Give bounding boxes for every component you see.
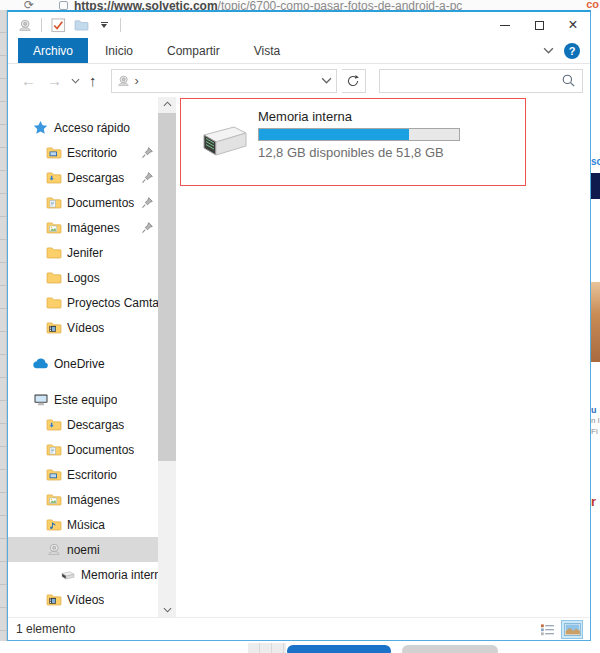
tab-inicio[interactable]: Inicio: [88, 38, 150, 63]
pin-icon: [141, 171, 154, 184]
close-button[interactable]: ×: [556, 12, 590, 38]
details-view-button[interactable]: [537, 621, 557, 638]
scroll-down-chevron-icon[interactable]: [158, 603, 176, 617]
sidebar-item-label: Proyectos Camta: [67, 296, 158, 310]
videos-folder-icon: [45, 593, 62, 606]
toolbar-separator: [120, 18, 121, 32]
thumbnails-view-button[interactable]: [562, 621, 582, 638]
scrollbar-thumb[interactable]: [158, 113, 176, 461]
documents-folder-icon: [45, 443, 62, 456]
sidebar-item-videos[interactable]: Vídeos: [8, 315, 158, 340]
sidebar-item-escritorio-pc[interactable]: Escritorio: [8, 462, 158, 487]
background-page-bottom: [0, 641, 600, 653]
browser-url-host: https://www.solvetic.com: [74, 0, 218, 10]
tab-vista[interactable]: Vista: [237, 38, 297, 63]
quick-access-star-icon: [32, 120, 49, 135]
back-button[interactable]: ←: [18, 73, 39, 88]
storage-available-text: 12,8 GB disponibles de 51,8 GB: [258, 145, 468, 160]
help-button[interactable]: ?: [564, 43, 580, 59]
sidebar-item-acceso-rapido[interactable]: Acceso rápido: [8, 115, 158, 140]
sidebar-item-musica[interactable]: Música: [8, 512, 158, 537]
address-dropdown-chevron-icon[interactable]: [321, 77, 332, 84]
scrollbar-track[interactable]: [158, 111, 176, 603]
navigation-toolbar: ← → ↑ ›: [8, 64, 590, 97]
tab-compartir[interactable]: Compartir: [150, 38, 237, 63]
titlebar[interactable]: ×: [8, 12, 590, 38]
customize-toolbar-caret-icon[interactable]: [95, 16, 113, 34]
expand-ribbon-chevron-icon[interactable]: [543, 47, 554, 54]
up-button[interactable]: ↑: [86, 73, 100, 88]
sidebar-item-label: Música: [67, 518, 105, 532]
documents-folder-icon: [45, 196, 62, 209]
pin-icon: [141, 221, 154, 234]
music-folder-icon: [45, 518, 62, 531]
close-icon: ×: [568, 16, 577, 34]
tab-archivo[interactable]: Archivo: [18, 38, 88, 63]
minimize-icon: [500, 25, 510, 26]
browser-url: https://www.solvetic.com/topic/6700-como…: [74, 0, 462, 10]
properties-check-icon[interactable]: [49, 16, 67, 34]
quick-access-toolbar: [8, 16, 123, 34]
sidebar-item-imagenes-pc[interactable]: Imágenes: [8, 487, 158, 512]
sidebar-item-documentos-pc[interactable]: Documentos: [8, 437, 158, 462]
files-pane[interactable]: Memoria interna 12,8 GB disponibles de 5…: [176, 97, 590, 617]
recent-locations-chevron-icon[interactable]: [71, 78, 80, 84]
sidebar-item-label: Logos: [67, 271, 100, 285]
background-text-fragment: Fi: [591, 427, 600, 436]
refresh-button[interactable]: [342, 69, 366, 93]
sidebar-item-jenifer[interactable]: Jenifer: [8, 240, 158, 265]
desktop-folder-icon: [45, 146, 62, 159]
sidebar-item-label: OneDrive: [54, 357, 105, 371]
background-text-fragment: so: [591, 156, 600, 167]
search-box[interactable]: [379, 69, 584, 93]
sidebar-item-label: Jenifer: [67, 246, 103, 260]
sidebar-item-este-equipo[interactable]: Este equipo: [8, 387, 158, 412]
background-text-fragment: r: [591, 494, 600, 509]
pictures-folder-icon: [45, 493, 62, 506]
sidebar-item-label: Escritorio: [67, 146, 117, 160]
background-page-right-edge: so u n l Fi r: [591, 10, 600, 653]
downloads-folder-icon: [45, 171, 62, 184]
background-grey-button: [402, 645, 498, 653]
sidebar-item-documentos[interactable]: Documentos: [8, 190, 158, 215]
folder-icon: [45, 271, 62, 284]
sidebar-item-memoria-interna[interactable]: Memoria intern: [8, 562, 158, 587]
sidebar-item-label: Documentos: [67, 443, 134, 457]
sidebar-item-escritorio[interactable]: Escritorio: [8, 140, 158, 165]
background-text-fragment: u: [591, 405, 600, 415]
window-device-icon: [16, 16, 34, 34]
drive-icon: [59, 568, 76, 581]
portable-device-icon: [45, 543, 62, 556]
background-navy-block: [591, 173, 600, 199]
sidebar-scrollbar[interactable]: [158, 97, 176, 617]
thumbnails-view-icon: [564, 623, 581, 636]
browser-reload-icon: ⟳: [24, 0, 34, 10]
sidebar-item-label: Imágenes: [67, 221, 120, 235]
sidebar-item-descargas[interactable]: Descargas: [8, 165, 158, 190]
minimize-button[interactable]: [488, 12, 522, 38]
sidebar-item-label: Documentos: [67, 196, 134, 210]
browser-lock-icon: [59, 1, 68, 10]
scroll-up-chevron-icon[interactable]: [158, 97, 176, 111]
sidebar-item-label: Escritorio: [67, 468, 117, 482]
sidebar-item-logos[interactable]: Logos: [8, 265, 158, 290]
downloads-folder-icon: [45, 418, 62, 431]
address-bar[interactable]: ›: [111, 69, 337, 93]
sidebar-item-onedrive[interactable]: OneDrive: [8, 351, 158, 376]
sidebar-item-noemi[interactable]: noemi: [8, 537, 158, 562]
pin-icon: [141, 196, 154, 209]
sidebar-item-descargas-pc[interactable]: Descargas: [8, 412, 158, 437]
sidebar-item-label: Imágenes: [67, 493, 120, 507]
sidebar-item-proyectos-camtasia[interactable]: Proyectos Camta: [8, 290, 158, 315]
toolbar-separator: [41, 18, 42, 32]
items-count: 1 elemento: [16, 622, 75, 636]
new-folder-icon[interactable]: [72, 16, 90, 34]
sidebar-item-label: Vídeos: [67, 321, 104, 335]
refresh-icon: [346, 74, 360, 88]
forward-button[interactable]: →: [44, 73, 65, 88]
search-input[interactable]: [380, 70, 562, 92]
sidebar-item-videos-pc[interactable]: Vídeos: [8, 587, 158, 612]
maximize-button[interactable]: [522, 12, 556, 38]
sidebar-item-imagenes[interactable]: Imágenes: [8, 215, 158, 240]
drive-item-memoria-interna[interactable]: Memoria interna 12,8 GB disponibles de 5…: [198, 109, 468, 161]
